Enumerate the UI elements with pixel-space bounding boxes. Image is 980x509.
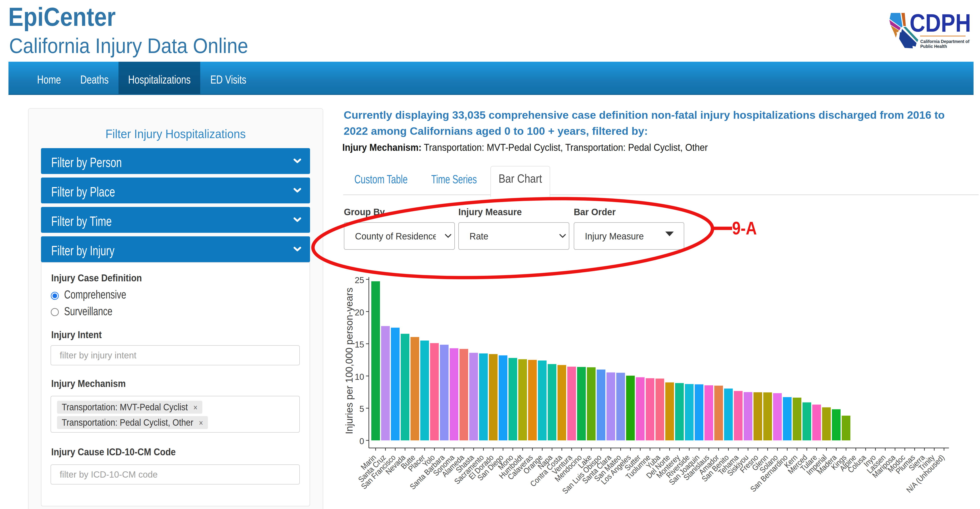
svg-text:0: 0	[360, 437, 364, 446]
svg-text:15: 15	[355, 340, 364, 349]
svg-text:25: 25	[355, 275, 364, 285]
svg-text:20: 20	[355, 308, 364, 317]
svg-text:5: 5	[360, 404, 364, 414]
svg-text:10: 10	[355, 372, 364, 382]
svg-text:Injuries per 100,000 person-ye: Injuries per 100,000 person-years	[344, 288, 355, 434]
